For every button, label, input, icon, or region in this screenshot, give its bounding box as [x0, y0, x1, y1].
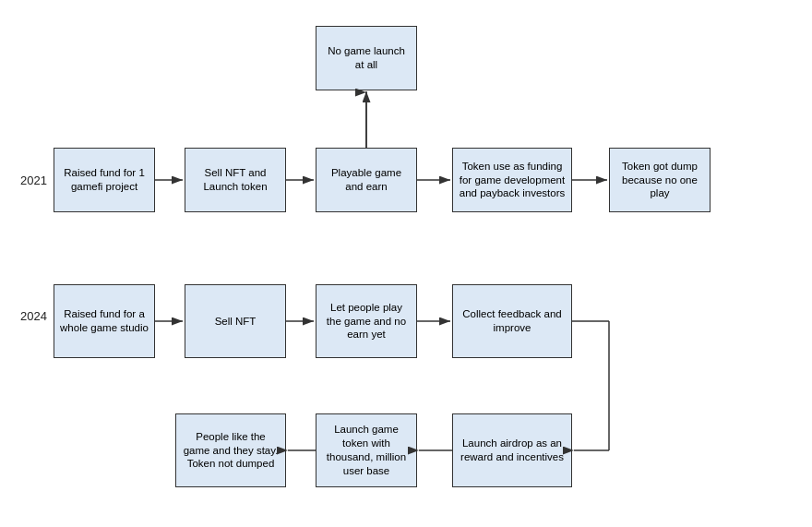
- let-people-play-box: Let people play the game and no earn yet: [316, 284, 417, 358]
- raised-fund-studio-box: Raised fund for a whole game studio: [54, 284, 155, 358]
- sell-nft-launch-token-box: Sell NFT and Launch token: [185, 148, 286, 212]
- year-2021-label: 2021: [20, 174, 47, 187]
- token-use-funding-box: Token use as funding for game developmen…: [452, 148, 572, 212]
- sell-nft-box: Sell NFT: [185, 284, 286, 358]
- collect-feedback-box: Collect feedback and improve: [452, 284, 572, 358]
- year-2024-label: 2024: [20, 309, 47, 323]
- people-like-game-box: People like the game and they stay. Toke…: [175, 413, 286, 487]
- raised-fund-gamefi-box: Raised fund for 1 gamefi project: [54, 148, 155, 212]
- playable-game-earn-box: Playable game and earn: [316, 148, 417, 212]
- diagram-container: 2021 2024 No game launch at all Raised f…: [0, 0, 812, 527]
- launch-game-token-box: Launch game token with thousand, million…: [316, 413, 417, 487]
- token-got-dump-box: Token got dump because no one play: [609, 148, 710, 212]
- launch-airdrop-box: Launch airdrop as an reward and incentiv…: [452, 413, 572, 487]
- no-game-launch-box: No game launch at all: [316, 26, 417, 90]
